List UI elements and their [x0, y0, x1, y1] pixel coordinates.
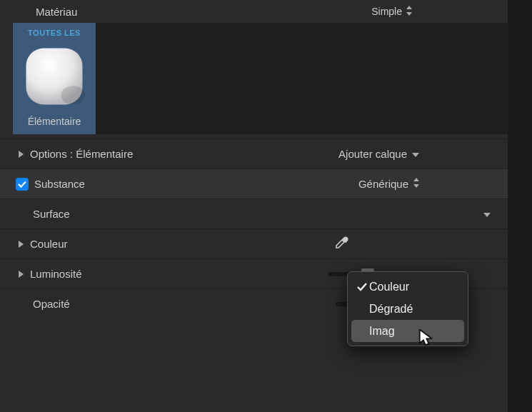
- material-header-row: Matériau Simple: [0, 0, 520, 23]
- popup-item-label: Imag: [369, 325, 395, 338]
- svg-point-1: [61, 86, 85, 104]
- options-row: Options : Élémentaire Ajouter calque: [0, 139, 520, 169]
- material-label: Matériau: [36, 6, 371, 18]
- add-layer-dropdown[interactable]: Ajouter calque: [338, 148, 420, 160]
- material-card-label: Élémentaire: [17, 116, 91, 127]
- scrollbar[interactable]: [508, 0, 520, 412]
- chevron-down-icon: [411, 148, 420, 160]
- disclosure-triangle-icon[interactable]: [16, 269, 26, 279]
- surface-row: Surface: [0, 199, 520, 228]
- surface-popup-menu: Couleur Dégradé Imag: [347, 271, 468, 346]
- material-card[interactable]: TOUTES LES Élémentaire: [13, 23, 96, 134]
- checkmark-icon: [355, 283, 369, 291]
- substance-label: Substance: [34, 178, 358, 190]
- popup-item-gradient[interactable]: Dégradé: [348, 298, 468, 320]
- popup-item-color[interactable]: Couleur: [348, 276, 468, 298]
- material-card-title: TOUTES LES: [17, 29, 91, 37]
- substance-checkbox[interactable]: [16, 178, 29, 191]
- surface-dropdown[interactable]: [483, 208, 491, 220]
- updown-icon: [413, 178, 420, 190]
- chevron-down-icon: [483, 208, 491, 220]
- color-label: Couleur: [30, 238, 334, 250]
- substance-value-dropdown[interactable]: Générique: [358, 178, 420, 190]
- add-layer-label: Ajouter calque: [338, 148, 407, 160]
- material-thumbnail: [21, 43, 88, 110]
- brightness-label: Luminosité: [30, 268, 328, 280]
- options-label: Options : Élémentaire: [30, 148, 338, 160]
- substance-value: Générique: [358, 178, 408, 190]
- opacity-label: Opacité: [33, 298, 336, 310]
- eyedropper-icon[interactable]: [334, 236, 348, 252]
- surface-label: Surface: [33, 208, 483, 220]
- material-strip: TOUTES LES Élémentaire: [13, 23, 510, 134]
- updown-icon: [406, 6, 413, 18]
- popup-item-label: Couleur: [369, 281, 409, 293]
- color-row: Couleur: [0, 228, 520, 258]
- substance-row: Substance Générique: [0, 169, 520, 199]
- disclosure-triangle-icon[interactable]: [16, 149, 26, 159]
- popup-item-image[interactable]: Imag: [351, 320, 464, 342]
- material-type-dropdown[interactable]: Simple: [371, 6, 413, 18]
- disclosure-triangle-icon[interactable]: [16, 239, 26, 249]
- popup-item-label: Dégradé: [369, 303, 413, 316]
- material-type-value: Simple: [371, 6, 402, 17]
